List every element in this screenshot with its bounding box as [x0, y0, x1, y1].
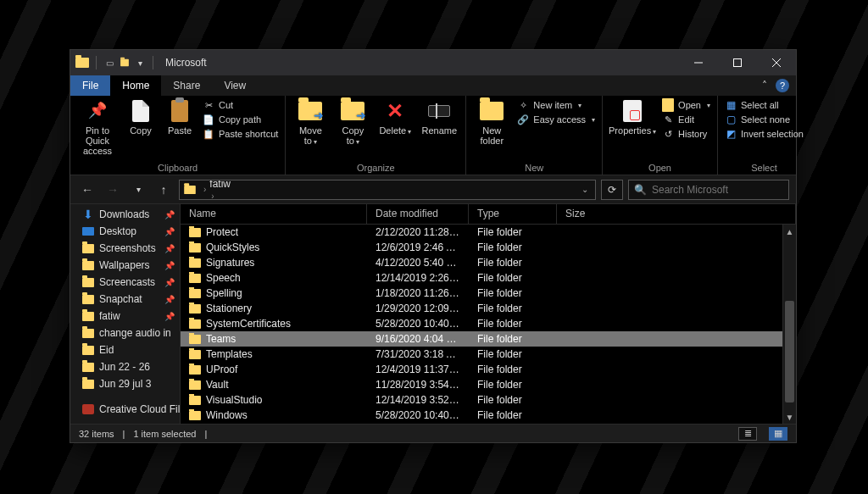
cut-button[interactable]: ✂Cut — [203, 99, 278, 111]
table-row[interactable]: Templates7/31/2020 3:18 AMFile folder — [181, 347, 796, 362]
file-name: SystemCertificates — [206, 318, 291, 330]
history-button[interactable]: ↺History — [662, 128, 710, 140]
qat-properties-icon[interactable]: ▭ — [103, 57, 115, 69]
close-button[interactable] — [757, 50, 796, 75]
vertical-scrollbar[interactable]: ▲ ▼ — [782, 225, 796, 424]
table-row[interactable]: QuickStyles12/6/2019 2:46 AMFile folder — [181, 240, 796, 255]
navigation-pane[interactable]: ⬇Downloads📌Desktop📌Screenshots📌Wallpaper… — [70, 204, 181, 424]
sidebar-item[interactable]: Jun 22 - 26 — [70, 358, 180, 375]
sidebar-item[interactable]: ⬇Downloads📌 — [70, 206, 180, 223]
invert-selection-button[interactable]: ◩Invert selection — [725, 128, 804, 140]
sidebar-item[interactable]: Desktop📌 — [70, 223, 180, 240]
new-folder-button[interactable]: New folder — [473, 99, 510, 146]
tab-view[interactable]: View — [212, 75, 258, 96]
table-row[interactable]: Stationery1/29/2020 12:09 AMFile folder — [181, 301, 796, 316]
rename-button[interactable]: Rename — [420, 99, 459, 136]
qat-newfolder-icon[interactable] — [119, 57, 131, 69]
address-dropdown[interactable]: ⌄ — [578, 185, 592, 194]
scroll-down-arrow[interactable]: ▼ — [783, 410, 796, 424]
table-row[interactable]: Protect2/12/2020 11:28 PMFile folder — [181, 225, 796, 240]
scroll-thumb[interactable] — [785, 301, 794, 402]
move-to-button[interactable]: ➜ Move to▾ — [292, 99, 328, 147]
search-box[interactable]: 🔍 — [628, 180, 789, 200]
search-input[interactable] — [652, 184, 783, 196]
large-icons-view-button[interactable]: ▦ — [769, 427, 787, 441]
breadcrumb-segment[interactable]: fatiw — [209, 180, 276, 190]
table-row[interactable]: VisualStudio12/14/2019 3:52 AMFile folde… — [181, 392, 796, 408]
status-item-count: 32 items — [79, 429, 114, 439]
qat-customize-caret[interactable]: ▾ — [134, 57, 146, 69]
address-bar[interactable]: › This PC›Local Disk (C:)›Users›fatiw›Ap… — [179, 180, 596, 200]
details-view-button[interactable]: ≣ — [738, 427, 757, 441]
table-row[interactable]: Speech12/14/2019 2:26 AMFile folder — [181, 270, 796, 286]
pinned-icon: 📌 — [164, 244, 175, 253]
properties-label: Properties▾ — [609, 125, 656, 136]
group-label-new: New — [473, 161, 595, 173]
select-none-button[interactable]: ▢Select none — [725, 114, 804, 125]
file-rows[interactable]: Protect2/12/2020 11:28 PMFile folderQuic… — [181, 225, 796, 424]
table-row[interactable]: Teams9/16/2020 4:04 PMFile folder — [181, 331, 796, 347]
maximize-button[interactable] — [718, 50, 757, 75]
table-row[interactable]: UProof12/4/2019 11:37 PMFile folder — [181, 362, 796, 377]
tab-file[interactable]: File — [70, 75, 110, 96]
recent-locations-button[interactable]: ▾ — [128, 180, 148, 200]
edit-button[interactable]: ✎Edit — [662, 114, 710, 125]
paste-label: Paste — [168, 125, 192, 136]
copy-to-icon: ➜ — [341, 99, 364, 123]
sidebar-item[interactable]: Screencasts📌 — [70, 274, 180, 291]
collapse-ribbon-button[interactable]: ˄ — [762, 80, 767, 92]
pinned-icon: 📌 — [164, 227, 175, 236]
tab-home[interactable]: Home — [110, 75, 161, 96]
paste-button[interactable]: Paste — [164, 99, 196, 136]
group-label-organize: Organize — [292, 161, 459, 173]
table-row[interactable]: Word9/9/2020 6:18 AMFile folder — [181, 423, 796, 424]
copy-path-icon: 📄 — [203, 114, 214, 125]
easy-access-button[interactable]: 🔗Easy access▾ — [517, 114, 595, 125]
table-row[interactable]: SystemCertificates5/28/2020 10:40 AMFile… — [181, 316, 796, 331]
tab-share[interactable]: Share — [161, 75, 212, 96]
file-type: File folder — [469, 241, 557, 253]
column-name[interactable]: Name — [181, 204, 367, 224]
file-type: File folder — [469, 348, 557, 360]
sidebar-item[interactable]: Jun 29 jul 3 — [70, 375, 180, 392]
forward-button[interactable]: → — [103, 180, 123, 200]
folder-icon — [82, 328, 94, 338]
sidebar-item[interactable]: change audio in — [70, 325, 180, 341]
group-label-select: Select — [725, 161, 804, 173]
sidebar-item[interactable]: Wallpapers📌 — [70, 257, 180, 274]
copy-button[interactable]: Copy — [125, 99, 157, 136]
sidebar-item[interactable]: Eid — [70, 341, 180, 358]
properties-button[interactable]: Properties▾ — [609, 99, 655, 136]
scroll-up-arrow[interactable]: ▲ — [783, 225, 796, 238]
table-row[interactable]: Vault11/28/2019 3:54 PMFile folder — [181, 377, 796, 392]
column-headers[interactable]: Name Date modified Type Size — [181, 204, 796, 225]
title-bar[interactable]: ▭ ▾ Microsoft — [70, 50, 796, 75]
table-row[interactable]: Spelling1/18/2020 11:26 PMFile folder — [181, 286, 796, 301]
select-all-button[interactable]: ▦Select all — [725, 99, 804, 111]
copy-to-button[interactable]: ➜ Copy to▾ — [335, 99, 370, 147]
sidebar-item[interactable]: Screenshots📌 — [70, 240, 180, 257]
copy-path-button[interactable]: 📄Copy path — [203, 114, 278, 125]
pinned-icon: 📌 — [164, 295, 175, 304]
help-button[interactable]: ? — [776, 79, 789, 92]
minimize-button[interactable] — [679, 50, 718, 75]
table-row[interactable]: Windows5/28/2020 10:40 AMFile folder — [181, 408, 796, 423]
open-button[interactable]: Open▾ — [662, 99, 710, 111]
refresh-button[interactable]: ⟳ — [601, 180, 623, 200]
column-size[interactable]: Size — [557, 204, 796, 224]
file-date: 1/29/2020 12:09 AM — [367, 303, 469, 314]
back-button[interactable]: ← — [77, 180, 97, 200]
sidebar-item[interactable]: Creative Cloud Fil — [70, 401, 180, 418]
sidebar-item[interactable]: Snapchat📌 — [70, 291, 180, 308]
new-item-button[interactable]: ✧New item▾ — [517, 99, 595, 111]
table-row[interactable]: Signatures4/12/2020 5:40 PMFile folder — [181, 255, 796, 270]
sidebar-item[interactable]: fatiw📌 — [70, 308, 180, 325]
delete-button[interactable]: ✕ Delete▾ — [377, 99, 413, 136]
up-button[interactable]: ↑ — [153, 180, 174, 200]
folder-icon — [82, 277, 94, 287]
column-date[interactable]: Date modified — [367, 204, 469, 224]
pin-to-quick-access-button[interactable]: 📌 Pin to Quick access — [77, 99, 118, 156]
paste-shortcut-button[interactable]: 📋Paste shortcut — [203, 128, 278, 140]
breadcrumb-sep[interactable]: › — [211, 191, 214, 200]
column-type[interactable]: Type — [469, 204, 557, 224]
